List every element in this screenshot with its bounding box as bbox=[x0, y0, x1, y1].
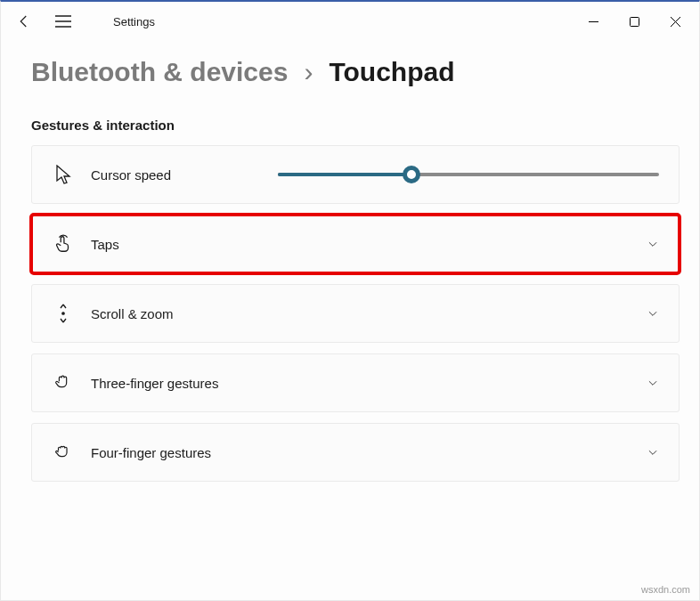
svg-point-7 bbox=[62, 313, 64, 314]
tap-icon bbox=[52, 234, 75, 254]
taps-label: Taps bbox=[91, 237, 119, 252]
scroll-icon bbox=[52, 304, 75, 323]
breadcrumb-current: Touchpad bbox=[329, 57, 454, 87]
maximize-button[interactable] bbox=[614, 7, 655, 36]
slider-thumb[interactable] bbox=[403, 166, 420, 183]
scroll-zoom-label: Scroll & zoom bbox=[91, 306, 174, 321]
titlebar: Settings bbox=[1, 2, 699, 41]
back-button[interactable] bbox=[15, 12, 33, 30]
menu-button[interactable] bbox=[54, 12, 72, 30]
svg-rect-4 bbox=[630, 17, 639, 26]
chevron-down-icon bbox=[647, 446, 659, 459]
three-finger-icon bbox=[52, 373, 75, 393]
close-button[interactable] bbox=[655, 7, 696, 36]
three-finger-label: Three-finger gestures bbox=[91, 376, 218, 391]
section-title: Gestures & interaction bbox=[31, 118, 680, 133]
four-finger-icon bbox=[52, 443, 75, 462]
breadcrumb: Bluetooth & devices › Touchpad bbox=[1, 41, 699, 96]
taps-row[interactable]: Taps bbox=[31, 215, 680, 273]
minimize-button[interactable] bbox=[573, 7, 614, 36]
breadcrumb-separator: › bbox=[304, 57, 313, 87]
scroll-zoom-row[interactable]: Scroll & zoom bbox=[31, 284, 680, 343]
breadcrumb-parent[interactable]: Bluetooth & devices bbox=[31, 57, 288, 87]
watermark: wsxdn.com bbox=[641, 584, 690, 595]
chevron-down-icon bbox=[647, 377, 659, 389]
four-finger-label: Four-finger gestures bbox=[91, 445, 211, 460]
cursor-icon bbox=[52, 165, 75, 184]
three-finger-row[interactable]: Three-finger gestures bbox=[31, 353, 680, 412]
chevron-down-icon bbox=[647, 307, 659, 320]
cursor-speed-row: Cursor speed bbox=[31, 145, 680, 204]
app-title: Settings bbox=[113, 15, 155, 28]
four-finger-row[interactable]: Four-finger gestures bbox=[31, 423, 680, 482]
cursor-speed-slider[interactable] bbox=[278, 166, 659, 183]
cursor-speed-label: Cursor speed bbox=[91, 167, 171, 183]
chevron-down-icon bbox=[647, 238, 659, 250]
